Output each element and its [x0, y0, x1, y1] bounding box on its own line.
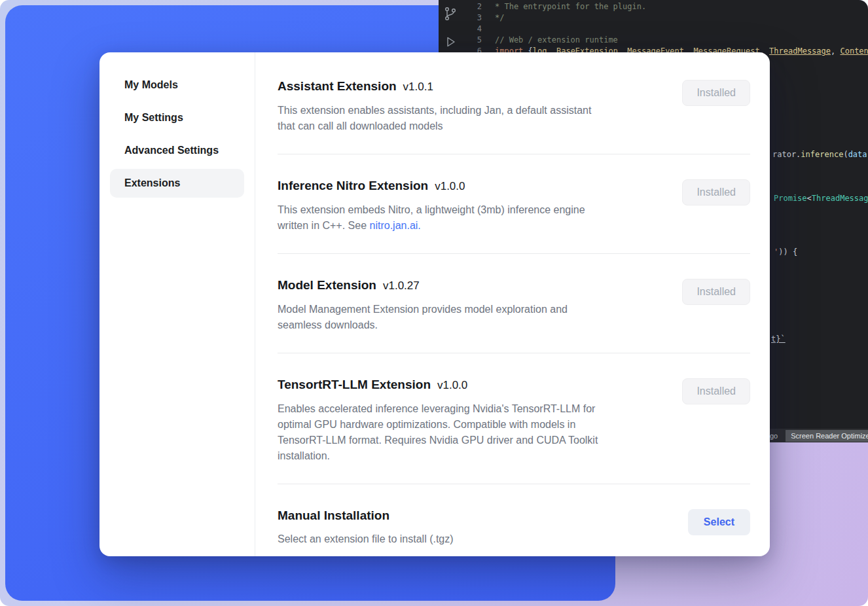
extension-description: Model Management Extension provides mode…	[278, 302, 568, 333]
extension-description: This extension embeds Nitro, a lightweig…	[278, 202, 585, 234]
sidebar-item-extensions[interactable]: Extensions	[110, 169, 244, 198]
extension-description: Enables accelerated inference leveraging…	[278, 401, 598, 464]
extension-info: Inference Nitro Extensionv1.0.0 This ext…	[278, 178, 585, 234]
extension-description: This extension enables assistants, inclu…	[278, 103, 591, 134]
settings-sidebar-nav: My ModelsMy SettingsAdvanced SettingsExt…	[99, 52, 255, 556]
sidebar-item-my-models[interactable]: My Models	[110, 71, 244, 99]
sidebar-item-my-settings[interactable]: My Settings	[110, 103, 244, 132]
extension-name: Inference Nitro Extension	[278, 179, 428, 192]
extension-name: TensortRT-LLM Extension	[278, 378, 431, 391]
extension-version: v1.0.27	[383, 279, 420, 292]
extension-name: Assistant Extension	[278, 79, 397, 93]
extension-row-assistant: Assistant Extensionv1.0.1 This extension…	[278, 55, 750, 154]
extension-info: Model Extensionv1.0.27 Model Management …	[278, 277, 568, 333]
code-fragment: Promise<ThreadMessage>	[774, 194, 868, 203]
code-line: 4	[439, 24, 868, 35]
settings-modal: My ModelsMy SettingsAdvanced SettingsExt…	[99, 52, 770, 556]
description-text: This extension embeds Nitro, a lightweig…	[278, 204, 585, 231]
extension-version: v1.0.0	[437, 379, 467, 391]
extension-row-inference-nitro: Inference Nitro Extensionv1.0.0 This ext…	[278, 154, 750, 254]
extension-title: Assistant Extensionv1.0.1	[278, 79, 591, 95]
installed-button[interactable]: Installed	[682, 378, 750, 404]
manual-installation-description: Select an extension file to install (.tg…	[278, 531, 454, 547]
screen: 2* The entrypoint for the plugin.3*/45//…	[0, 0, 868, 606]
sidebar-item-advanced-settings[interactable]: Advanced Settings	[110, 136, 244, 165]
select-file-button[interactable]: Select	[688, 509, 750, 535]
code-fragment: ')) {	[774, 247, 797, 257]
installed-button[interactable]: Installed	[682, 279, 750, 305]
nitro-jan-ai-link[interactable]: nitro.jan.ai.	[370, 220, 421, 231]
code-line: 5// Web / extension runtime	[439, 35, 868, 46]
extensions-panel: Assistant Extensionv1.0.1 This extension…	[255, 52, 770, 556]
extension-info: Manual Installation Select an extension …	[278, 508, 454, 547]
code-fragment: t}`	[771, 334, 786, 344]
extension-row-tensorrt-llm: TensortRT-LLM Extensionv1.0.0 Enables ac…	[278, 353, 750, 484]
extension-row-model: Model Extensionv1.0.27 Model Management …	[278, 254, 750, 353]
extension-version: v1.0.1	[403, 80, 433, 93]
extension-title: TensortRT-LLM Extensionv1.0.0	[278, 377, 598, 393]
extension-info: TensortRT-LLM Extensionv1.0.0 Enables ac…	[278, 377, 598, 464]
screen-reader-status-chip[interactable]: Screen Reader Optimized	[786, 430, 868, 442]
extension-info: Assistant Extensionv1.0.1 This extension…	[278, 79, 591, 134]
installed-button[interactable]: Installed	[682, 179, 750, 205]
installed-button[interactable]: Installed	[682, 80, 750, 106]
code-lines: 2* The entrypoint for the plugin.3*/45//…	[439, 1, 868, 57]
manual-installation-row: Manual Installation Select an extension …	[278, 484, 750, 556]
extension-version: v1.0.0	[435, 180, 465, 192]
extension-title: Inference Nitro Extensionv1.0.0	[278, 178, 585, 194]
extension-title: Model Extensionv1.0.27	[278, 277, 568, 294]
manual-installation-title: Manual Installation	[278, 508, 454, 524]
code-line: 2* The entrypoint for the plugin.	[439, 1, 868, 12]
code-line: 3*/	[439, 12, 868, 24]
status-go-label: go	[770, 432, 778, 440]
code-fragment: rator.inference(data));	[772, 150, 868, 159]
extension-name: Model Extension	[278, 278, 376, 292]
